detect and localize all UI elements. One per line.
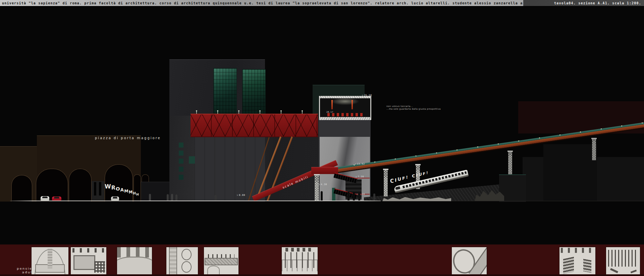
seat — [341, 113, 344, 116]
arch-opening — [11, 175, 32, 202]
person-silhouette — [175, 195, 177, 201]
belvedere-box: 28.17 — [319, 96, 371, 120]
thumbnail-child-drawing-road-loops — [452, 247, 487, 274]
person-silhouette — [321, 191, 323, 201]
thumbnail-child-drawing-bridge — [204, 247, 238, 274]
seat — [327, 113, 330, 116]
strut-red — [352, 100, 353, 109]
window-green — [179, 159, 183, 164]
thumbnail-child-drawing-playground — [282, 247, 318, 274]
viaduct-pier — [592, 139, 596, 160]
level-marker: ▽1.48 — [357, 193, 365, 196]
level-marker: 28.17 — [326, 111, 333, 113]
seat — [332, 113, 334, 116]
window-green — [179, 151, 183, 156]
level-marker: ▽13.92 — [355, 163, 365, 165]
ground-line — [10, 201, 381, 201]
aedicule-slot — [99, 182, 101, 196]
header-bar-title: università "la sapienza" di roma. prima … — [0, 0, 523, 7]
seat — [356, 113, 358, 116]
window-green — [179, 167, 183, 172]
piazza-label: piazza di porta maggiore — [95, 136, 161, 140]
person-silhouette — [358, 193, 360, 201]
viaduct-pier — [384, 170, 388, 197]
level-triangle-icon: ▽ — [356, 175, 357, 178]
train-sound-text: CIUF! — [390, 178, 409, 184]
strut-red — [331, 100, 333, 109]
window-green — [179, 175, 183, 180]
arch-opening — [69, 169, 92, 202]
level-marker: ▽35.50 — [362, 94, 372, 97]
seat — [360, 113, 363, 116]
seat — [337, 113, 339, 116]
window-green — [179, 143, 183, 148]
level-marker: ▽0.00 — [237, 194, 245, 197]
aedicule-pillar — [92, 181, 104, 201]
title-text: università "la sapienza" di roma. prima … — [2, 1, 523, 5]
person-silhouette — [171, 194, 173, 201]
person-silhouette — [347, 192, 350, 201]
train-windshield — [395, 186, 400, 190]
glass-curtain-wall — [213, 68, 237, 116]
level-triangle-icon: ▽ — [319, 183, 320, 185]
thumbnail-child-drawing-arches — [117, 247, 152, 274]
thumbnail-child-drawing-crowd — [606, 247, 640, 274]
thumbnail-child-drawing-classroom — [71, 247, 106, 274]
car — [52, 197, 61, 201]
thumbnail-child-drawing-park-stairs — [559, 247, 595, 274]
lamp-post — [302, 111, 303, 114]
person-silhouette — [149, 194, 151, 201]
sheet-info-text: tavola04. sezione A.A1. scala 1:200. — [554, 1, 641, 5]
window-green — [189, 156, 195, 164]
tower-edge-highlight — [370, 168, 370, 201]
low-annex — [141, 182, 170, 202]
aedicule-slot — [94, 182, 96, 196]
ground-line-faint — [451, 201, 644, 201]
level-triangle-icon: ▽ — [355, 163, 356, 165]
walkway-pier — [315, 175, 319, 201]
red-gallery — [191, 114, 318, 137]
header-bar-sheet-info: tavola04. sezione A.A1. scala 1:200. — [523, 0, 644, 7]
level-triangle-icon: ▽ — [237, 194, 238, 196]
seat — [351, 113, 353, 116]
person-silhouette — [373, 194, 375, 201]
car — [41, 196, 49, 201]
train-sound-text: CIUF! — [412, 173, 429, 178]
annotation-note: non volevo toccarla... ...ma solo guarda… — [386, 105, 441, 110]
viaduct-pier — [508, 152, 512, 174]
lamp-post — [196, 111, 197, 114]
seat — [346, 113, 348, 116]
footer-strip: pensieri adulti — [0, 244, 644, 276]
thumbnail-child-drawing-theatre — [32, 247, 68, 274]
person-silhouette — [353, 192, 355, 201]
car-sound-text: WROAMMHH — [105, 183, 139, 190]
presentation-board: università "la sapienza" di roma. prima … — [0, 0, 644, 276]
person-silhouette — [167, 194, 169, 201]
level-triangle-icon: ▽ — [362, 94, 363, 96]
level-triangle-icon: ▽ — [357, 193, 358, 195]
car — [111, 197, 119, 201]
lamp-post — [238, 111, 239, 114]
thumbnail-child-drawing-court-plan — [166, 247, 198, 274]
truss-bottom-chord — [319, 117, 371, 120]
far-buildings — [543, 144, 597, 201]
red-walkway — [311, 167, 338, 174]
lamp-post — [217, 111, 218, 114]
level-marker: ▽7.28 — [356, 175, 364, 178]
lamp-post — [260, 111, 260, 114]
glass-curtain-wall — [242, 69, 266, 116]
level-marker: ▽4.30 — [319, 183, 327, 186]
person-silhouette — [215, 195, 217, 201]
lamp-post — [281, 111, 281, 114]
